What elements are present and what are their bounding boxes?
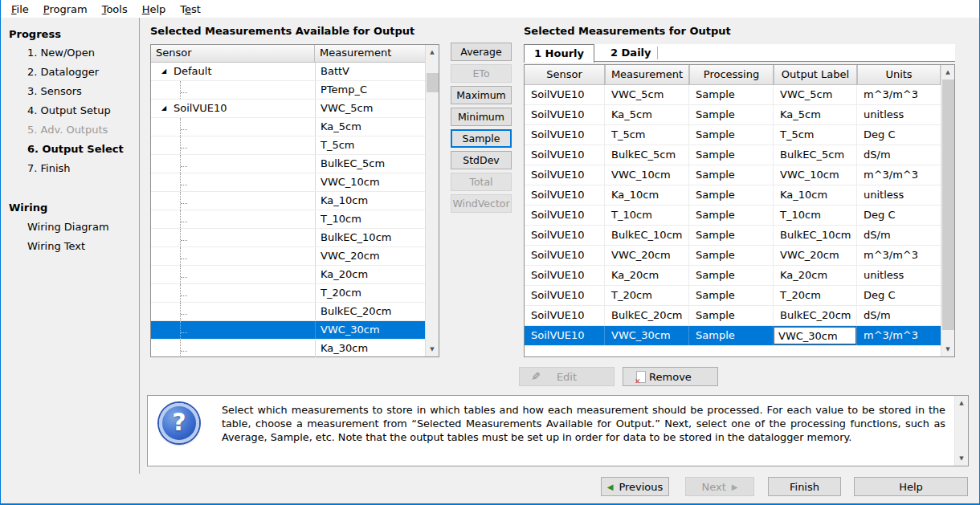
table-row[interactable]: ◢Default BattV [151, 63, 439, 81]
tab-hourly[interactable]: 1 Hourly [524, 44, 594, 63]
menu-test[interactable]: Test [173, 2, 208, 17]
sidebar-item-sensors[interactable]: 3. Sensors [27, 85, 82, 97]
table-row[interactable]: VWC_10cm [151, 173, 439, 192]
table-row[interactable]: BulkEC_5cm [151, 155, 439, 173]
units-cell: unitless [857, 266, 941, 285]
table-row[interactable]: BulkEC_20cm [151, 303, 439, 321]
sidebar-item-adv-outputs[interactable]: 5. Adv. Outputs [27, 124, 108, 136]
sidebar-item-finish[interactable]: 7. Finish [27, 162, 71, 174]
average-button[interactable]: Average [451, 43, 512, 61]
processing-cell: Sample [689, 165, 774, 185]
windvector-button[interactable]: WindVector [451, 194, 512, 213]
next-button[interactable]: Next ▶ [685, 477, 754, 496]
sidebar-item-new-open[interactable]: 1. New/Open [27, 47, 95, 59]
output-label-editor[interactable] [774, 327, 856, 344]
previous-button[interactable]: ◀ Previous [601, 477, 669, 496]
sample-button[interactable]: Sample [451, 129, 512, 148]
sidebar-item-wiring-diagram[interactable]: Wiring Diagram [27, 221, 109, 233]
table-row[interactable]: SoilVUE10 Ka_5cm Sample Ka_5cm unitless [525, 105, 954, 125]
table-row[interactable]: Ka_5cm [151, 118, 439, 136]
units-cell: unitless [857, 105, 941, 124]
stddev-button[interactable]: StdDev [451, 151, 512, 169]
table-row[interactable]: T_10cm [151, 210, 439, 229]
sensor-cell [151, 284, 315, 302]
table-row[interactable]: SoilVUE10 VWC_10cm Sample VWC_10cm m^3/m… [525, 165, 954, 185]
table-row[interactable]: SoilVUE10 VWC_5cm Sample VWC_5cm m^3/m^3 [525, 85, 954, 105]
sensor-cell [151, 155, 315, 173]
menu-bar: File Program Tools Help Test [1, 0, 979, 18]
table-row[interactable]: T_5cm [151, 136, 439, 155]
output-table-scrollbar[interactable]: ▲ ▼ [941, 65, 954, 356]
remove-button[interactable]: ✕ Remove [623, 367, 718, 386]
scroll-down-icon[interactable]: ▼ [955, 452, 968, 465]
total-button[interactable]: Total [451, 173, 512, 191]
tree-expanded-icon[interactable]: ◢ [161, 104, 166, 112]
table-row[interactable]: VWC_20cm [151, 247, 439, 266]
sidebar-item-output-select[interactable]: 6. Output Select [27, 143, 124, 155]
scrollbar-thumb[interactable] [942, 79, 954, 330]
menu-program[interactable]: Program [36, 2, 95, 17]
processing-cell: Sample [689, 125, 774, 145]
help-box-scrollbar[interactable]: ▲ ▼ [954, 396, 968, 466]
output-panel-title: Selected Measurements for Output [524, 25, 731, 37]
sensor-cell [151, 229, 315, 246]
scroll-down-icon[interactable]: ▼ [941, 343, 954, 356]
help-button[interactable]: Help [854, 477, 968, 496]
measurement-cell: VWC_5cm [315, 100, 427, 117]
edit-button[interactable]: ✎ Edit [519, 367, 615, 386]
output-label-cell: BulkEC_5cm [774, 145, 857, 165]
sidebar-item-datalogger[interactable]: 2. Datalogger [27, 66, 99, 78]
sensor-cell [151, 303, 315, 320]
table-row[interactable]: SoilVUE10 T_10cm Sample T_10cm Deg C [525, 206, 954, 226]
finish-button[interactable]: Finish [768, 477, 841, 496]
output-label-cell: Ka_5cm [774, 105, 857, 124]
processing-cell: Sample [689, 326, 774, 345]
table-row[interactable]: Ka_10cm [151, 192, 439, 210]
minimum-button[interactable]: Minimum [451, 108, 512, 126]
table-row[interactable]: Ka_20cm [151, 266, 439, 284]
scroll-up-icon[interactable]: ▲ [426, 46, 439, 59]
table-row[interactable]: SoilVUE10 BulkEC_10cm Sample BulkEC_10cm… [525, 226, 954, 246]
scroll-down-icon[interactable]: ▼ [426, 343, 439, 356]
table-row[interactable]: SoilVUE10 BulkEC_20cm Sample BulkEC_20cm… [525, 306, 954, 326]
table-row-selected[interactable]: VWC_30cm [151, 321, 439, 340]
menu-file[interactable]: File [4, 2, 36, 17]
scroll-up-icon[interactable]: ▲ [955, 397, 968, 409]
tab-daily[interactable]: 2 Daily [601, 44, 661, 62]
measurement-cell: VWC_20cm [315, 247, 427, 265]
table-row[interactable]: SoilVUE10 T_20cm Sample T_20cm Deg C [525, 286, 954, 306]
sensor-cell: SoilVUE10 [525, 125, 605, 145]
column-header-measurement: Measurement [315, 45, 426, 63]
table-row[interactable]: SoilVUE10 Ka_10cm Sample Ka_10cm unitles… [525, 185, 954, 206]
table-row[interactable]: Ka_30cm [151, 340, 439, 358]
table-row[interactable]: SoilVUE10 BulkEC_5cm Sample BulkEC_5cm d… [525, 145, 954, 165]
processing-cell: Sample [689, 105, 774, 124]
scrollbar-thumb[interactable] [427, 73, 439, 92]
table-row-selected[interactable]: SoilVUE10 VWC_30cm Sample m^3/m^3 [525, 326, 954, 346]
table-row[interactable]: SoilVUE10 T_5cm Sample T_5cm Deg C [525, 125, 954, 145]
maximum-button[interactable]: Maximum [451, 86, 512, 104]
eto-button[interactable]: ETo [451, 64, 512, 83]
shortcut-wizard-window: File Program Tools Help Test Progress 1.… [0, 0, 980, 505]
table-row[interactable]: ◢SoilVUE10 VWC_5cm [151, 100, 439, 118]
units-cell: m^3/m^3 [857, 165, 941, 185]
menu-help[interactable]: Help [135, 2, 174, 17]
table-row[interactable]: SoilVUE10 Ka_20cm Sample Ka_20cm unitles… [525, 266, 954, 286]
tree-expanded-icon[interactable]: ◢ [161, 67, 166, 75]
available-table-scrollbar[interactable]: ▲ ▼ [425, 45, 439, 356]
sensor-cell [151, 192, 315, 210]
sidebar-item-wiring-text[interactable]: Wiring Text [27, 240, 85, 252]
column-header-units: Units [857, 65, 941, 85]
sensor-cell: SoilVUE10 [525, 85, 605, 104]
output-table-header: Sensor Measurement Processing Output Lab… [525, 65, 954, 85]
sidebar-item-output-setup[interactable]: 4. Output Setup [27, 104, 111, 116]
menu-tools[interactable]: Tools [95, 2, 135, 17]
table-row[interactable]: T_20cm [151, 284, 439, 303]
sensor-cell [151, 136, 315, 154]
table-row[interactable]: BulkEC_10cm [151, 229, 439, 247]
sensor-cell: SoilVUE10 [525, 266, 605, 285]
table-row[interactable]: SoilVUE10 VWC_20cm Sample VWC_20cm m^3/m… [525, 246, 954, 266]
measurement-cell: BulkEC_5cm [315, 155, 427, 173]
scroll-up-icon[interactable]: ▲ [941, 66, 954, 79]
table-row[interactable]: PTemp_C [151, 81, 439, 100]
